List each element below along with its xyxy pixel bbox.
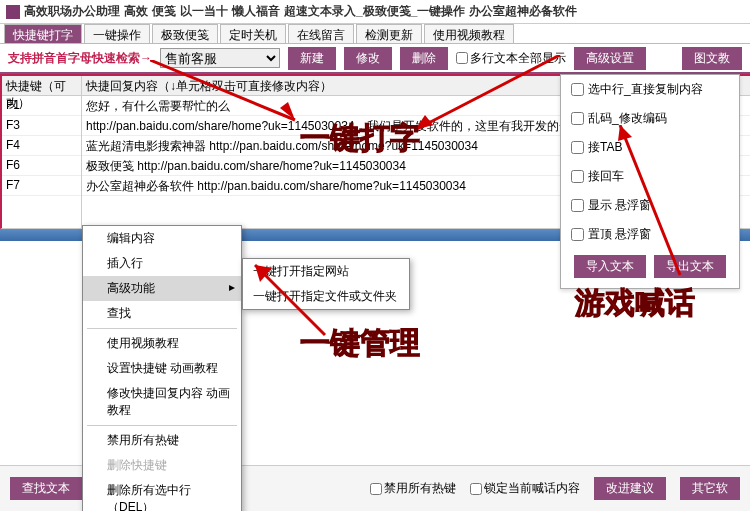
annotation-manage: 一键管理	[300, 323, 420, 364]
tab-update[interactable]: 检测更新	[356, 24, 422, 43]
menu-delete-hotkey: 删除快捷键	[83, 453, 241, 478]
grid-key-column: 快捷键（可改） F1 F3 F4 F6 F7	[2, 76, 82, 228]
opt-show-float[interactable]: 显示 悬浮窗	[561, 191, 739, 220]
tab-one-click[interactable]: 一键操作	[84, 24, 150, 43]
menu-advanced[interactable]: 高级功能	[83, 276, 241, 301]
tab-hotkey-typing[interactable]: 快捷键打字	[4, 24, 82, 43]
grid-key-cell[interactable]: F3	[2, 116, 81, 136]
suggest-button[interactable]: 改进建议	[594, 477, 666, 500]
tab-notes[interactable]: 极致便笺	[152, 24, 218, 43]
menu-reply-tutorial[interactable]: 修改快捷回复内容 动画教程	[83, 381, 241, 423]
advanced-panel: 选中行_直接复制内容 乱码_修改编码 接TAB 接回车 显示 悬浮窗 置顶 悬浮…	[560, 74, 740, 289]
category-select[interactable]: 售前客服	[160, 48, 280, 68]
tab-feedback[interactable]: 在线留言	[288, 24, 354, 43]
menu-disable-hotkeys[interactable]: 禁用所有热键	[83, 428, 241, 453]
img-tutorial-button[interactable]: 图文教	[682, 47, 742, 70]
title-seg: 以一当十	[180, 3, 228, 20]
tab-video[interactable]: 使用视频教程	[424, 24, 514, 43]
annotation-game: 游戏喊话	[575, 283, 695, 324]
title-seg: 高效职场办公助理	[24, 3, 120, 20]
title-seg: 高效	[124, 3, 148, 20]
menu-separator	[87, 425, 237, 426]
app-icon	[6, 5, 20, 19]
sub-menu: 一键打开指定网站 一键打开指定文件或文件夹	[242, 258, 410, 310]
multiline-checkbox[interactable]: 多行文本全部显示	[456, 50, 566, 67]
menu-hotkey-tutorial[interactable]: 设置快捷键 动画教程	[83, 356, 241, 381]
find-text-button[interactable]: 查找文本	[10, 477, 82, 500]
opt-enter[interactable]: 接回车	[561, 162, 739, 191]
submenu-open-file[interactable]: 一键打开指定文件或文件夹	[243, 284, 409, 309]
context-menu: 编辑内容 插入行 高级功能 查找 使用视频教程 设置快捷键 动画教程 修改快捷回…	[82, 225, 242, 511]
tab-shutdown[interactable]: 定时关机	[220, 24, 286, 43]
menu-insert-row[interactable]: 插入行	[83, 251, 241, 276]
title-seg: 超速文本录入_极致便笺_一键操作	[284, 3, 465, 20]
grid-header-key: 快捷键（可改）	[2, 76, 81, 96]
title-seg: 懒人福音	[232, 3, 280, 20]
opt-top-float[interactable]: 置顶 悬浮窗	[561, 220, 739, 249]
delete-button[interactable]: 删除	[400, 47, 448, 70]
advanced-button[interactable]: 高级设置	[574, 47, 646, 70]
title-seg: 便笺	[152, 3, 176, 20]
grid-key-cell[interactable]: F7	[2, 176, 81, 196]
edit-button[interactable]: 修改	[344, 47, 392, 70]
opt-encoding[interactable]: 乱码_修改编码	[561, 104, 739, 133]
menu-find[interactable]: 查找	[83, 301, 241, 326]
lock-content-checkbox[interactable]: 锁定当前喊话内容	[470, 480, 580, 497]
grid-key-cell[interactable]: F4	[2, 136, 81, 156]
opt-tab[interactable]: 接TAB	[561, 133, 739, 162]
menu-video-tutorial[interactable]: 使用视频教程	[83, 331, 241, 356]
disable-hotkeys-checkbox[interactable]: 禁用所有热键	[370, 480, 456, 497]
title-seg: 办公室超神必备软件	[469, 3, 577, 20]
toolbar: 支持拼音首字母快速检索→ 售前客服 新建 修改 删除 多行文本全部显示 高级设置…	[0, 44, 750, 74]
other-software-button[interactable]: 其它软	[680, 477, 740, 500]
submenu-open-url[interactable]: 一键打开指定网站	[243, 259, 409, 284]
titlebar: 高效职场办公助理 高效 便笺 以一当十 懒人福音 超速文本录入_极致便笺_一键操…	[0, 0, 750, 24]
import-button[interactable]: 导入文本	[574, 255, 646, 278]
new-button[interactable]: 新建	[288, 47, 336, 70]
export-button[interactable]: 导出文本	[654, 255, 726, 278]
grid-key-cell[interactable]: F1	[2, 96, 81, 116]
search-hint: 支持拼音首字母快速检索→	[8, 50, 152, 67]
menu-edit[interactable]: 编辑内容	[83, 226, 241, 251]
opt-copy-on-select[interactable]: 选中行_直接复制内容	[561, 75, 739, 104]
grid-key-cell[interactable]: F6	[2, 156, 81, 176]
tab-bar: 快捷键打字 一键操作 极致便笺 定时关机 在线留言 检测更新 使用视频教程	[0, 24, 750, 44]
menu-separator	[87, 328, 237, 329]
menu-delete-selected[interactable]: 删除所有选中行（DEL）	[83, 478, 241, 511]
